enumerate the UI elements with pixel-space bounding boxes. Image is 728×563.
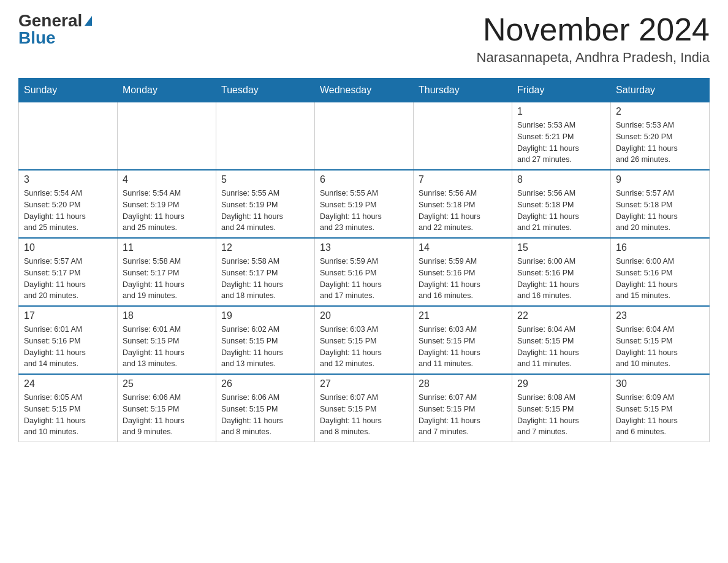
day-number: 19 <box>221 310 309 321</box>
day-number: 13 <box>320 242 408 253</box>
day-number: 4 <box>123 174 211 185</box>
week-row-2: 3Sunrise: 5:54 AM Sunset: 5:20 PM Daylig… <box>19 170 710 238</box>
weekday-header-friday: Friday <box>512 79 611 102</box>
day-info: Sunrise: 5:54 AM Sunset: 5:19 PM Dayligh… <box>123 188 211 234</box>
day-number: 26 <box>221 378 309 389</box>
location-text: Narasannapeta, Andhra Pradesh, India <box>477 50 710 66</box>
day-info: Sunrise: 5:53 AM Sunset: 5:20 PM Dayligh… <box>616 120 704 166</box>
day-info: Sunrise: 6:04 AM Sunset: 5:15 PM Dayligh… <box>517 324 605 370</box>
calendar-cell: 9Sunrise: 5:57 AM Sunset: 5:18 PM Daylig… <box>611 170 710 238</box>
day-number: 17 <box>24 310 112 321</box>
calendar-cell: 3Sunrise: 5:54 AM Sunset: 5:20 PM Daylig… <box>19 170 118 238</box>
header: General Blue November 2024 Narasannapeta… <box>18 12 710 66</box>
day-number: 6 <box>320 174 408 185</box>
logo-triangle-icon <box>85 16 92 26</box>
calendar-cell: 29Sunrise: 6:08 AM Sunset: 5:15 PM Dayli… <box>512 374 611 442</box>
day-number: 3 <box>24 174 112 185</box>
weekday-header-sunday: Sunday <box>19 79 118 102</box>
calendar-cell: 20Sunrise: 6:03 AM Sunset: 5:15 PM Dayli… <box>315 306 414 374</box>
calendar-cell: 21Sunrise: 6:03 AM Sunset: 5:15 PM Dayli… <box>414 306 512 374</box>
logo-general-text: General <box>18 12 82 29</box>
day-number: 20 <box>320 310 408 321</box>
day-number: 28 <box>419 378 507 389</box>
day-info: Sunrise: 5:56 AM Sunset: 5:18 PM Dayligh… <box>517 188 605 234</box>
calendar-cell: 5Sunrise: 5:55 AM Sunset: 5:19 PM Daylig… <box>216 170 315 238</box>
calendar-cell: 4Sunrise: 5:54 AM Sunset: 5:19 PM Daylig… <box>118 170 216 238</box>
weekday-header-saturday: Saturday <box>611 79 710 102</box>
weekday-header-tuesday: Tuesday <box>216 79 315 102</box>
day-number: 1 <box>517 106 605 117</box>
day-info: Sunrise: 5:56 AM Sunset: 5:18 PM Dayligh… <box>419 188 507 234</box>
calendar-cell: 8Sunrise: 5:56 AM Sunset: 5:18 PM Daylig… <box>512 170 611 238</box>
day-number: 2 <box>616 106 704 117</box>
calendar-cell: 28Sunrise: 6:07 AM Sunset: 5:15 PM Dayli… <box>414 374 512 442</box>
calendar-cell: 23Sunrise: 6:04 AM Sunset: 5:15 PM Dayli… <box>611 306 710 374</box>
weekday-header-monday: Monday <box>118 79 216 102</box>
calendar-cell: 26Sunrise: 6:06 AM Sunset: 5:15 PM Dayli… <box>216 374 315 442</box>
week-row-3: 10Sunrise: 5:57 AM Sunset: 5:17 PM Dayli… <box>19 238 710 306</box>
calendar-cell: 6Sunrise: 5:55 AM Sunset: 5:19 PM Daylig… <box>315 170 414 238</box>
calendar-cell: 13Sunrise: 5:59 AM Sunset: 5:16 PM Dayli… <box>315 238 414 306</box>
day-info: Sunrise: 6:07 AM Sunset: 5:15 PM Dayligh… <box>320 392 408 438</box>
day-number: 5 <box>221 174 309 185</box>
calendar-cell: 19Sunrise: 6:02 AM Sunset: 5:15 PM Dayli… <box>216 306 315 374</box>
weekday-header-wednesday: Wednesday <box>315 79 414 102</box>
day-number: 14 <box>419 242 507 253</box>
day-number: 7 <box>419 174 507 185</box>
calendar-table: SundayMondayTuesdayWednesdayThursdayFrid… <box>18 78 710 442</box>
month-year-title: November 2024 <box>477 12 710 47</box>
day-info: Sunrise: 6:03 AM Sunset: 5:15 PM Dayligh… <box>320 324 408 370</box>
calendar-cell: 27Sunrise: 6:07 AM Sunset: 5:15 PM Dayli… <box>315 374 414 442</box>
weekday-header-thursday: Thursday <box>414 79 512 102</box>
calendar-cell: 18Sunrise: 6:01 AM Sunset: 5:15 PM Dayli… <box>118 306 216 374</box>
day-number: 27 <box>320 378 408 389</box>
day-info: Sunrise: 6:01 AM Sunset: 5:15 PM Dayligh… <box>123 324 211 370</box>
calendar-cell <box>118 102 216 170</box>
day-number: 21 <box>419 310 507 321</box>
calendar-cell <box>216 102 315 170</box>
day-info: Sunrise: 6:01 AM Sunset: 5:16 PM Dayligh… <box>24 324 112 370</box>
day-number: 11 <box>123 242 211 253</box>
calendar-cell: 30Sunrise: 6:09 AM Sunset: 5:15 PM Dayli… <box>611 374 710 442</box>
calendar-cell: 25Sunrise: 6:06 AM Sunset: 5:15 PM Dayli… <box>118 374 216 442</box>
calendar-cell <box>315 102 414 170</box>
day-info: Sunrise: 5:58 AM Sunset: 5:17 PM Dayligh… <box>221 256 309 302</box>
day-info: Sunrise: 6:09 AM Sunset: 5:15 PM Dayligh… <box>616 392 704 438</box>
calendar-cell: 15Sunrise: 6:00 AM Sunset: 5:16 PM Dayli… <box>512 238 611 306</box>
day-number: 22 <box>517 310 605 321</box>
day-number: 15 <box>517 242 605 253</box>
day-info: Sunrise: 6:07 AM Sunset: 5:15 PM Dayligh… <box>419 392 507 438</box>
day-number: 8 <box>517 174 605 185</box>
calendar-cell: 16Sunrise: 6:00 AM Sunset: 5:16 PM Dayli… <box>611 238 710 306</box>
day-number: 12 <box>221 242 309 253</box>
day-info: Sunrise: 5:54 AM Sunset: 5:20 PM Dayligh… <box>24 188 112 234</box>
day-info: Sunrise: 5:59 AM Sunset: 5:16 PM Dayligh… <box>320 256 408 302</box>
day-number: 24 <box>24 378 112 389</box>
day-info: Sunrise: 5:53 AM Sunset: 5:21 PM Dayligh… <box>517 120 605 166</box>
weekday-header-row: SundayMondayTuesdayWednesdayThursdayFrid… <box>19 79 710 102</box>
calendar-cell <box>414 102 512 170</box>
day-info: Sunrise: 6:04 AM Sunset: 5:15 PM Dayligh… <box>616 324 704 370</box>
calendar-cell: 14Sunrise: 5:59 AM Sunset: 5:16 PM Dayli… <box>414 238 512 306</box>
day-info: Sunrise: 6:02 AM Sunset: 5:15 PM Dayligh… <box>221 324 309 370</box>
calendar-cell: 24Sunrise: 6:05 AM Sunset: 5:15 PM Dayli… <box>19 374 118 442</box>
day-number: 23 <box>616 310 704 321</box>
day-info: Sunrise: 6:00 AM Sunset: 5:16 PM Dayligh… <box>517 256 605 302</box>
day-number: 18 <box>123 310 211 321</box>
day-number: 10 <box>24 242 112 253</box>
week-row-5: 24Sunrise: 6:05 AM Sunset: 5:15 PM Dayli… <box>19 374 710 442</box>
day-number: 16 <box>616 242 704 253</box>
day-info: Sunrise: 5:55 AM Sunset: 5:19 PM Dayligh… <box>221 188 309 234</box>
calendar-cell: 12Sunrise: 5:58 AM Sunset: 5:17 PM Dayli… <box>216 238 315 306</box>
day-info: Sunrise: 5:57 AM Sunset: 5:18 PM Dayligh… <box>616 188 704 234</box>
day-number: 9 <box>616 174 704 185</box>
calendar-cell: 1Sunrise: 5:53 AM Sunset: 5:21 PM Daylig… <box>512 102 611 170</box>
day-info: Sunrise: 6:03 AM Sunset: 5:15 PM Dayligh… <box>419 324 507 370</box>
day-number: 29 <box>517 378 605 389</box>
day-info: Sunrise: 6:06 AM Sunset: 5:15 PM Dayligh… <box>221 392 309 438</box>
day-info: Sunrise: 6:05 AM Sunset: 5:15 PM Dayligh… <box>24 392 112 438</box>
title-area: November 2024 Narasannapeta, Andhra Prad… <box>477 12 710 66</box>
week-row-4: 17Sunrise: 6:01 AM Sunset: 5:16 PM Dayli… <box>19 306 710 374</box>
day-info: Sunrise: 6:08 AM Sunset: 5:15 PM Dayligh… <box>517 392 605 438</box>
calendar-cell: 22Sunrise: 6:04 AM Sunset: 5:15 PM Dayli… <box>512 306 611 374</box>
